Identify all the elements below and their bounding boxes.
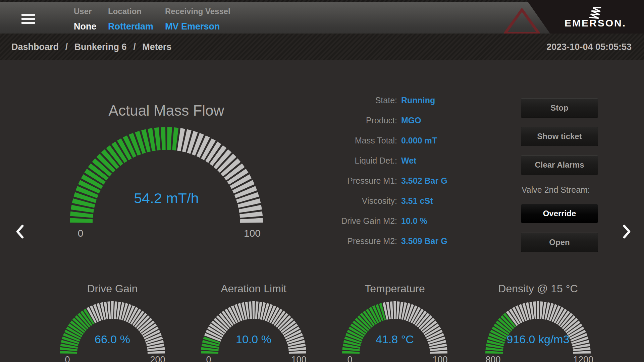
status-value: 10.0 %	[401, 211, 447, 231]
chevron-right-icon	[622, 224, 632, 239]
status-value: Running	[401, 90, 447, 110]
gauge-max-label: 100	[280, 354, 317, 362]
timestamp: 2023-10-04 05:05:53	[546, 34, 632, 60]
user-label: User	[74, 7, 92, 16]
clear-alarms-button[interactable]: Clear Alarms	[521, 155, 598, 175]
status-value: Wet	[401, 150, 447, 171]
main-gauge-value: 54.2 mT/h	[99, 189, 233, 207]
brand-logo-text: EMERSON.	[547, 17, 644, 29]
status-value: 3.509 Bar G	[401, 231, 447, 251]
gauge-max-label: 200	[139, 354, 176, 362]
stop-button[interactable]: Stop	[521, 98, 598, 118]
breadcrumb-separator: /	[65, 42, 68, 52]
gauge-max-label: 100	[422, 354, 459, 362]
gauge-title: Aeration Limit	[197, 281, 311, 296]
breadcrumb-bar: Dashboard / Bunkering 6 / Meters 2023-10…	[0, 34, 644, 60]
status-label: Liquid Det.:	[315, 150, 401, 171]
gauge-title: Drive Gain	[55, 281, 169, 296]
main-gauge-min-label: 0	[69, 227, 92, 240]
gauge-value: 66.0 %	[55, 330, 169, 348]
valve-2nd-stream-label: Valve 2nd Stream:	[522, 183, 590, 196]
show-ticket-button[interactable]: Show ticket	[521, 127, 598, 146]
density-gauge: Density @ 15 °C 916.0 kg/m3 800 1200	[481, 278, 595, 362]
receiving-vessel-value[interactable]: MV Emerson	[165, 21, 220, 32]
status-value: 0.000 mT	[401, 130, 447, 150]
gauge-min-label: 0	[197, 354, 220, 362]
main-gauge-title: Actual Mass Flow	[66, 102, 267, 120]
main-gauge-max-label: 100	[239, 227, 266, 240]
breadcrumb-item-meters[interactable]: Meters	[142, 42, 171, 52]
breadcrumb-item-dashboard[interactable]: Dashboard	[11, 42, 59, 52]
status-label: Drive Gain M2:	[315, 211, 401, 231]
status-label: State:	[315, 90, 401, 110]
location-label: Location	[108, 7, 142, 16]
menu-icon[interactable]	[21, 14, 35, 24]
status-label: Pressure M1:	[315, 171, 401, 191]
gauge-min-label: 800	[482, 354, 504, 362]
status-value: MGO	[401, 110, 447, 130]
main-gauge-arc	[70, 126, 263, 225]
next-page-button[interactable]	[622, 224, 632, 241]
status-label: Product:	[315, 110, 401, 130]
user-value[interactable]: None	[74, 21, 97, 32]
status-value: 3.51 cSt	[401, 191, 447, 211]
status-label: Pressure M2:	[315, 231, 401, 251]
gauge-min-label: 0	[338, 354, 361, 362]
drive-gain-gauge: Drive Gain 66.0 % 0 200	[55, 278, 169, 362]
status-panel: State: Running Product: MGO Mass Total: …	[315, 90, 447, 251]
breadcrumb-item-bunkering[interactable]: Bunkering 6	[74, 42, 127, 52]
temperature-gauge: Temperature 41.8 °C 0 100	[338, 278, 452, 362]
receiving-vessel-label: Receiving Vessel	[165, 7, 230, 16]
status-value: 3.502 Bar G	[401, 171, 447, 191]
status-label: Viscosity:	[315, 191, 401, 211]
status-label: Mass Total:	[315, 130, 401, 150]
gauge-value: 10.0 %	[197, 330, 311, 348]
breadcrumb-separator: /	[133, 42, 136, 52]
hmi-screen: User None Location Rotterdam Receiving V…	[0, 0, 644, 362]
breadcrumb: Dashboard / Bunkering 6 / Meters	[11, 34, 171, 60]
gauge-title: Temperature	[338, 281, 452, 296]
prev-page-button[interactable]	[15, 224, 25, 241]
valve-open-button[interactable]: Open	[521, 233, 598, 252]
gauge-title: Density @ 15 °C	[481, 281, 595, 296]
gauge-min-label: 0	[56, 354, 79, 362]
gauge-max-label: 1200	[565, 354, 602, 362]
valve-override-button[interactable]: Override	[521, 204, 598, 223]
gauge-value: 41.8 °C	[338, 330, 452, 348]
chevron-left-icon	[15, 224, 25, 239]
aeration-limit-gauge: Aeration Limit 10.0 % 0 100	[197, 278, 311, 362]
location-value[interactable]: Rotterdam	[108, 21, 153, 32]
gauge-value: 916.0 kg/m3	[481, 330, 595, 348]
